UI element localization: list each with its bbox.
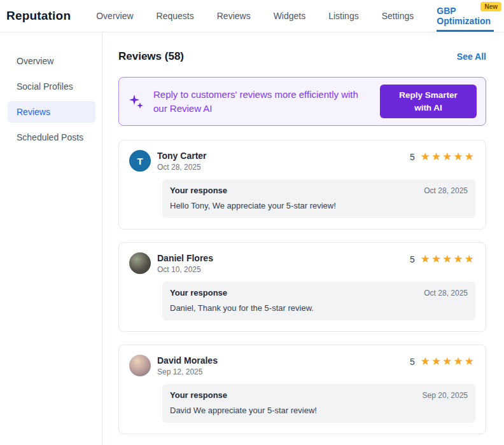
response-label: Your response bbox=[170, 288, 227, 298]
response-text: Daniel, Thank you for the 5-star review. bbox=[170, 303, 468, 313]
app-title: Reputation bbox=[6, 9, 71, 23]
response-header: Your response Oct 28, 2025 bbox=[170, 288, 468, 298]
tab-gbp-optimization[interactable]: GBP Optimization New bbox=[437, 0, 494, 32]
ai-sparkle-icon bbox=[128, 93, 144, 110]
reviewer-name: David Morales bbox=[157, 355, 218, 366]
main-header: Reviews (58) See All bbox=[118, 50, 486, 63]
response-header: Your response Sep 20, 2025 bbox=[170, 390, 468, 400]
review-card: Daniel Flores Oct 10, 2025 5 ★★★★★ Your … bbox=[118, 242, 486, 332]
response-date: Oct 28, 2025 bbox=[424, 186, 468, 195]
avatar bbox=[129, 252, 151, 274]
sidebar-item-overview[interactable]: Overview bbox=[8, 50, 95, 72]
review-date: Sep 12, 2025 bbox=[157, 367, 218, 376]
page-title: Reviews (58) bbox=[118, 50, 184, 63]
reviews-list: T Tony Carter Oct 28, 2025 5 ★★★★★ Your … bbox=[118, 140, 486, 434]
sidebar-item-social-profiles[interactable]: Social Profiles bbox=[8, 76, 95, 97]
star-rating-icon: ★★★★★ bbox=[421, 151, 475, 162]
response-text: David We appreciate your 5-star review! bbox=[170, 406, 468, 415]
reviewer-name: Daniel Flores bbox=[157, 253, 213, 263]
banner-text: Reply to customers' reviews more efficie… bbox=[153, 88, 371, 116]
top-nav: Overview Requests Reviews Widgets Listin… bbox=[96, 0, 494, 32]
tab-widgets[interactable]: Widgets bbox=[274, 0, 306, 32]
response-box: Your response Sep 20, 2025 David We appr… bbox=[162, 384, 475, 423]
new-badge: New bbox=[480, 2, 501, 11]
response-box: Your response Oct 28, 2025 Hello Tony, W… bbox=[162, 179, 475, 218]
review-ai-banner: Reply to customers' reviews more efficie… bbox=[118, 77, 486, 126]
response-text: Hello Tony, We appreciate your 5-star re… bbox=[170, 201, 468, 210]
review-card-header: T Tony Carter Oct 28, 2025 5 ★★★★★ bbox=[129, 150, 475, 172]
reviewer-name: Tony Carter bbox=[157, 151, 207, 161]
sidebar-item-scheduled-posts[interactable]: Scheduled Posts bbox=[8, 127, 95, 148]
rating: 5 ★★★★★ bbox=[410, 355, 475, 367]
star-rating-icon: ★★★★★ bbox=[421, 356, 475, 367]
review-card: David Morales Sep 12, 2025 5 ★★★★★ Your … bbox=[118, 345, 486, 434]
star-rating-icon: ★★★★★ bbox=[421, 254, 475, 264]
review-card-header: David Morales Sep 12, 2025 5 ★★★★★ bbox=[129, 355, 475, 376]
reviewer-info: David Morales Sep 12, 2025 bbox=[157, 355, 218, 376]
tab-listings[interactable]: Listings bbox=[328, 0, 358, 32]
reviewer-info: Daniel Flores Oct 10, 2025 bbox=[157, 252, 213, 274]
response-header: Your response Oct 28, 2025 bbox=[170, 186, 468, 195]
rating-value: 5 bbox=[410, 152, 415, 162]
response-label: Your response bbox=[170, 186, 227, 195]
avatar: T bbox=[129, 150, 151, 172]
review-date: Oct 28, 2025 bbox=[157, 163, 207, 172]
response-label: Your response bbox=[170, 390, 227, 400]
top-bar: Reputation Overview Requests Reviews Wid… bbox=[0, 0, 504, 32]
tab-reviews[interactable]: Reviews bbox=[217, 0, 251, 32]
response-date: Oct 28, 2025 bbox=[424, 289, 468, 298]
main-panel: Reviews (58) See All Reply to customers'… bbox=[102, 32, 504, 445]
reviewer-info: Tony Carter Oct 28, 2025 bbox=[157, 150, 207, 172]
reply-smarter-button[interactable]: Reply Smarter with AI bbox=[380, 85, 477, 118]
response-box: Your response Oct 28, 2025 Daniel, Thank… bbox=[162, 282, 475, 320]
content-area: Overview Social Profiles Reviews Schedul… bbox=[0, 32, 504, 445]
avatar bbox=[129, 355, 151, 376]
sidebar-item-reviews[interactable]: Reviews bbox=[8, 101, 95, 123]
review-card: T Tony Carter Oct 28, 2025 5 ★★★★★ Your … bbox=[118, 140, 486, 229]
review-date: Oct 10, 2025 bbox=[157, 265, 213, 274]
rating: 5 ★★★★★ bbox=[410, 252, 475, 264]
tab-settings[interactable]: Settings bbox=[382, 0, 414, 32]
tab-overview[interactable]: Overview bbox=[96, 0, 133, 32]
review-card-header: Daniel Flores Oct 10, 2025 5 ★★★★★ bbox=[129, 252, 475, 274]
response-date: Sep 20, 2025 bbox=[423, 391, 468, 400]
sidebar: Overview Social Profiles Reviews Schedul… bbox=[0, 32, 102, 445]
rating-value: 5 bbox=[410, 254, 415, 264]
tab-requests[interactable]: Requests bbox=[157, 0, 194, 32]
rating-value: 5 bbox=[410, 357, 415, 367]
see-all-link[interactable]: See All bbox=[457, 51, 486, 62]
rating: 5 ★★★★★ bbox=[410, 150, 475, 162]
